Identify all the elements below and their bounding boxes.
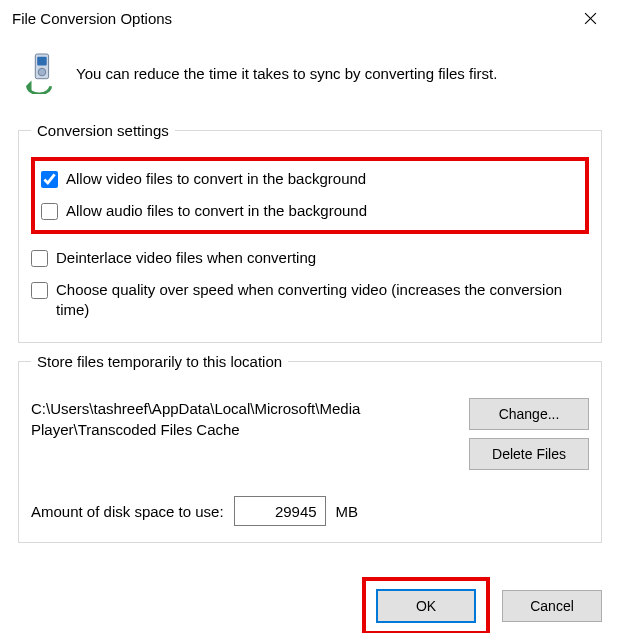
close-icon: [584, 12, 597, 25]
deinterlace-label[interactable]: Deinterlace video files when converting: [56, 248, 316, 268]
cancel-button[interactable]: Cancel: [502, 590, 602, 622]
store-location-group: Store files temporarily to this location…: [18, 353, 602, 543]
disk-space-unit: MB: [336, 503, 359, 520]
dialog-footer: OK Cancel: [0, 553, 620, 633]
disk-space-label: Amount of disk space to use:: [31, 503, 224, 520]
window-title: File Conversion Options: [12, 10, 172, 27]
allow-audio-checkbox[interactable]: [41, 203, 58, 220]
allow-video-label[interactable]: Allow video files to convert in the back…: [66, 169, 366, 189]
delete-files-button[interactable]: Delete Files: [469, 438, 589, 470]
titlebar: File Conversion Options: [0, 0, 620, 36]
allow-audio-label[interactable]: Allow audio files to convert in the back…: [66, 201, 367, 221]
deinterlace-checkbox[interactable]: [31, 250, 48, 267]
quality-over-speed-checkbox[interactable]: [31, 282, 48, 299]
ok-button[interactable]: OK: [376, 589, 476, 623]
store-location-legend: Store files temporarily to this location: [31, 353, 288, 370]
highlight-box-top: Allow video files to convert in the back…: [31, 157, 589, 234]
svg-rect-3: [37, 57, 47, 66]
quality-over-speed-label[interactable]: Choose quality over speed when convertin…: [56, 280, 589, 321]
allow-video-checkbox[interactable]: [41, 171, 58, 188]
disk-space-input[interactable]: [234, 496, 326, 526]
store-path: C:\Users\tashreef\AppData\Local\Microsof…: [31, 398, 457, 440]
svg-point-4: [38, 68, 46, 76]
close-button[interactable]: [570, 3, 610, 33]
highlight-box-ok: OK: [362, 577, 490, 633]
intro-row: You can reduce the time it takes to sync…: [18, 46, 602, 112]
change-location-button[interactable]: Change...: [469, 398, 589, 430]
conversion-settings-legend: Conversion settings: [31, 122, 175, 139]
intro-text: You can reduce the time it takes to sync…: [76, 65, 497, 82]
sync-convert-icon: [22, 52, 60, 94]
conversion-settings-group: Conversion settings Allow video files to…: [18, 122, 602, 343]
